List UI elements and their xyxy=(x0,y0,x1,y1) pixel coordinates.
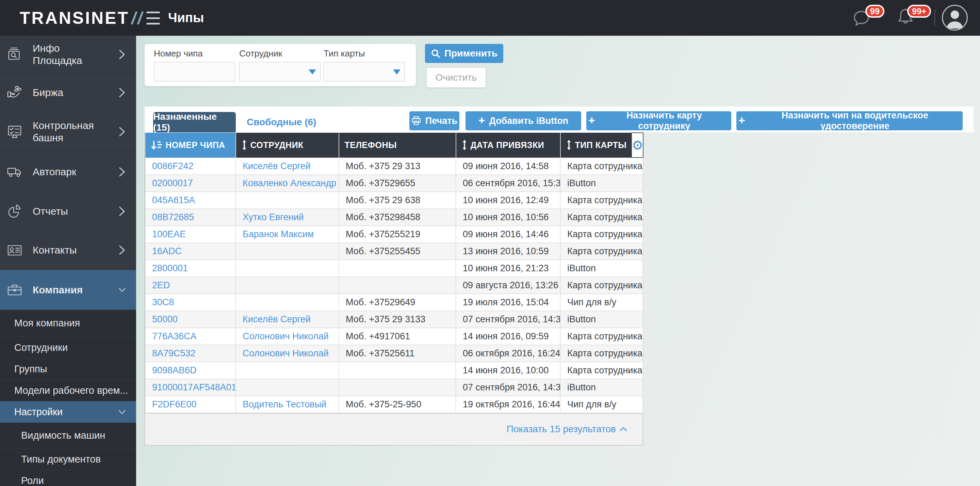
chip-link[interactable]: 776A36CA xyxy=(152,331,197,341)
table-row: 776A36CAСолонович НиколайМоб. +491706114… xyxy=(145,328,643,345)
chip-link[interactable]: 2800001 xyxy=(152,263,188,273)
employee-link[interactable]: Хутко Евгений xyxy=(243,212,304,222)
plus-icon: + xyxy=(479,114,485,126)
table-row: 0086F242Киселёв СергейМоб. +375 29 31309… xyxy=(145,158,643,175)
chip-link[interactable]: 0086F242 xyxy=(152,161,194,171)
sidebar-item-label: Инфо Площадка xyxy=(33,42,108,67)
chip-number-input[interactable] xyxy=(154,62,235,81)
chip-link[interactable]: 100EAE xyxy=(152,229,186,239)
sidebar-item-birzha[interactable]: Биржа xyxy=(0,73,136,112)
chevron-right-icon xyxy=(118,88,126,98)
table-row: F2DF6E00Водитель ТестовыйМоб. +375-25-95… xyxy=(145,396,643,413)
submenu-item-nastroyki[interactable]: Настройки xyxy=(0,401,136,423)
submenu-item-vidimost-mashin[interactable]: Видимость машин xyxy=(0,423,136,449)
submenu-item-roli[interactable]: Роли xyxy=(0,470,136,486)
chevron-right-icon xyxy=(118,127,126,137)
phone-cell: Моб. +375255455 xyxy=(339,243,456,260)
employee-link[interactable]: Киселёв Сергей xyxy=(243,161,311,171)
employee-label: Сотрудник xyxy=(239,48,321,59)
chevron-up-icon xyxy=(619,427,627,432)
gear-icon: ⚙ xyxy=(632,138,644,153)
chip-link[interactable]: 30C8 xyxy=(152,297,174,308)
employee-link[interactable]: Водитель Тестовый xyxy=(243,399,326,410)
assign-chip-button[interactable]: + Назначить чип на водительское удостове… xyxy=(737,111,963,131)
sidebar-item-kontakty[interactable]: Контакты xyxy=(0,230,136,270)
sidebar-item-avtopark[interactable]: Автопарк xyxy=(0,151,136,192)
chip-link[interactable]: 08B72685 xyxy=(152,212,194,222)
card-type-cell: Карта сотрудника xyxy=(560,362,643,379)
date-cell: 07 сентября 2016, 14:34 xyxy=(456,311,560,328)
date-cell: 06 октября 2016, 16:24 xyxy=(456,345,560,362)
employee-link[interactable]: Киселёв Сергей xyxy=(243,314,311,324)
chip-link[interactable]: 16ADC xyxy=(152,246,182,256)
chip-link[interactable]: 045A615A xyxy=(152,195,195,205)
column-header-label: ТЕЛЕФОНЫ xyxy=(345,140,397,150)
employee-select[interactable] xyxy=(239,62,321,81)
card-type-select[interactable] xyxy=(324,62,405,81)
phone-cell xyxy=(339,362,456,379)
date-cell: 19 октября 2016, 16:44 xyxy=(456,396,560,413)
apply-button[interactable]: Применить xyxy=(425,44,503,63)
date-cell: 06 сентября 2016, 15:32 xyxy=(456,175,560,191)
company-submenu: Моя компания Сотрудники Группы Модели ра… xyxy=(0,310,136,486)
logo: TRANSINET// xyxy=(20,0,143,36)
table-row: 2ED09 августа 2016, 13:26Карта сотрудник… xyxy=(145,277,643,294)
chip-link[interactable]: 8A79C532 xyxy=(152,348,196,359)
submenu-item-tipy-dokumentov[interactable]: Типы документов xyxy=(0,449,136,470)
column-header-bind-date[interactable]: ДАТА ПРИВЯЗКИ xyxy=(456,133,560,158)
employee-link[interactable]: Баранок Максим xyxy=(243,229,314,239)
sidebar-item-label: Контрольная башня xyxy=(33,120,108,144)
chat-badge: 99 xyxy=(865,5,885,18)
tab-free[interactable]: Свободные (6) xyxy=(239,112,324,132)
chip-link[interactable]: 91000017AF548A01 xyxy=(152,382,236,392)
user-avatar[interactable] xyxy=(942,5,968,30)
submenu-item-gruppy[interactable]: Группы xyxy=(0,359,136,380)
sidebar-item-otchety[interactable]: Отчеты xyxy=(0,192,136,230)
hamburger-menu-icon[interactable] xyxy=(146,11,160,24)
assign-card-label: Назначить карту сотруднику xyxy=(599,110,729,131)
plus-icon: + xyxy=(738,114,745,126)
clear-button-label: Очистить xyxy=(436,72,477,83)
pie-chart-icon xyxy=(7,204,22,219)
column-settings-button[interactable]: ⚙ xyxy=(632,133,643,158)
column-header-employee[interactable]: СОТРУДНИК xyxy=(236,133,339,158)
printer-icon xyxy=(411,116,421,126)
employee-link[interactable]: Солонович Николай xyxy=(243,331,329,341)
topbar: TRANSINET// Чипы 99 99+ xyxy=(0,0,980,36)
chip-link[interactable]: 2ED xyxy=(152,280,170,290)
employee-link[interactable]: Коваленко Александр xyxy=(243,178,336,188)
briefcase-icon xyxy=(7,282,22,298)
date-cell: 14 июня 2016, 09:59 xyxy=(456,328,560,345)
submenu-item-sotrudniki[interactable]: Сотрудники xyxy=(0,337,136,359)
table-row: 30C8Моб. +3752964919 июля 2016, 15:04Чип… xyxy=(145,294,643,311)
date-cell: 09 июня 2016, 14:46 xyxy=(456,226,560,243)
chip-link[interactable]: F2DF6E00 xyxy=(152,399,197,410)
card-type-cell: Карта сотрудника xyxy=(560,158,643,175)
column-header-label: СОТРУДНИК xyxy=(250,140,304,150)
card-type-cell: Карта сотрудника xyxy=(560,191,643,209)
sidebar-item-kontrolnaya-bashnya[interactable]: Контрольная башня xyxy=(0,112,136,151)
show-results-link[interactable]: Показать 15 результатов xyxy=(507,424,627,435)
print-button[interactable]: Печать xyxy=(409,111,460,131)
sidebar-item-kompaniya[interactable]: Компания xyxy=(0,270,136,310)
employee-link[interactable]: Солонович Николай xyxy=(243,348,329,359)
chip-link[interactable]: 02000017 xyxy=(152,178,193,188)
assign-card-button[interactable]: + Назначить карту сотруднику xyxy=(586,111,731,131)
filter-panel: Номер чипа Сотрудник Тип карты xyxy=(145,44,416,86)
tab-assigned[interactable]: Назначенные (15) xyxy=(153,112,236,132)
card-type-cell: Чип для в/у xyxy=(560,396,643,413)
submenu-item-moya-kompaniya[interactable]: Моя компания xyxy=(0,310,136,337)
sidebar-item-info-ploshadka[interactable]: Инфо Площадка xyxy=(0,36,136,73)
chip-link[interactable]: 9098AB6D xyxy=(152,365,197,375)
submenu-item-modeli[interactable]: Модели рабочего врем... xyxy=(0,380,136,401)
add-ibutton-button[interactable]: + Добавить iButton xyxy=(466,111,581,131)
sort-updown-icon xyxy=(242,140,247,150)
clear-button[interactable]: Очистить xyxy=(427,68,485,88)
chip-link[interactable]: 50000 xyxy=(152,314,178,324)
phone-cell: Моб. +375 29 3133 xyxy=(339,311,456,328)
column-header-card-type[interactable]: ТИП КАРТЫ xyxy=(560,133,632,158)
card-type-label: Тип карты xyxy=(324,48,405,59)
card-type-cell: iButton xyxy=(560,175,643,191)
phone-cell: Моб. +375 29 638 xyxy=(339,191,456,209)
column-header-chip-number[interactable]: НОМЕР ЧИПА xyxy=(145,133,236,158)
